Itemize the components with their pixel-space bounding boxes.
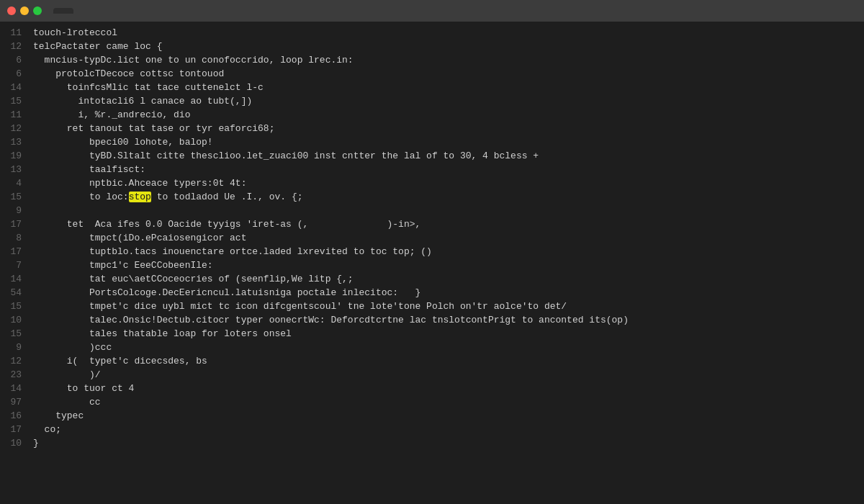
editor-area: 1112661415111213191341591781771454151015… (0, 22, 864, 504)
line-number: 23 (3, 368, 22, 382)
code-line: touch-lroteccol (27, 26, 864, 40)
code-line: tmpc1'c EeeCCobeenIle: (27, 258, 864, 272)
code-line: tat euc\aetCCoceocries of (seenflip,We l… (27, 272, 864, 286)
code-line: to loc:stop to todladod Ue .I., ov. {; (27, 190, 864, 204)
line-number: 15 (3, 300, 22, 313)
maximize-button[interactable] (33, 6, 42, 15)
code-line: intotacli6 l canace ao tubt(,]) (27, 94, 864, 108)
code-line: bpeci00 lohote, balop! (27, 135, 864, 149)
line-number: 4 (3, 176, 22, 190)
line-number: 14 (3, 81, 22, 94)
line-number: 14 (3, 382, 22, 395)
code-line: protolcTDecoce cottsc tontouod (27, 67, 864, 81)
line-number: 12 (3, 354, 22, 368)
code-line: tmpct(iDo.ePcaiosengicor act (27, 231, 864, 245)
line-number: 6 (3, 67, 22, 81)
code-line: cc (27, 395, 864, 409)
line-numbers: 1112661415111213191341591781771454151015… (0, 22, 27, 504)
code-line: to tuor ct 4 (27, 382, 864, 395)
line-number: 19 (3, 149, 22, 163)
close-button[interactable] (7, 6, 16, 15)
line-number: 15 (3, 94, 22, 108)
line-number: 15 (3, 327, 22, 341)
line-number: 9 (3, 341, 22, 354)
line-number: 10 (3, 436, 22, 450)
traffic-lights (7, 6, 42, 15)
code-line: tet Aca ifes 0.0 Oacide tyyigs 'iret-as … (27, 217, 864, 231)
code-line: )/ (27, 368, 864, 382)
code-line (27, 204, 864, 217)
line-number: 6 (3, 53, 22, 67)
highlight: stop (129, 192, 151, 202)
line-number: 97 (3, 395, 22, 409)
line-number: 13 (3, 163, 22, 176)
line-number: 17 (3, 245, 22, 258)
code-line: typec (27, 409, 864, 423)
line-number: 11 (3, 26, 22, 40)
code-line: tuptblo.tacs inouenctare ortce.laded lxr… (27, 245, 864, 258)
code-line: nptbic.Ahceace typers:0t 4t: (27, 176, 864, 190)
line-number: 14 (3, 272, 22, 286)
code-content: touch-lroteccoltelcPactater came loc { m… (27, 22, 864, 504)
line-number: 12 (3, 122, 22, 135)
code-line: toinfcsMlic tat tace cuttenelct l-c (27, 81, 864, 94)
line-number: 17 (3, 423, 22, 436)
editor-tab[interactable] (53, 8, 73, 14)
line-number: 17 (3, 217, 22, 231)
code-line: telcPactater came loc { (27, 40, 864, 53)
line-number: 15 (3, 190, 22, 204)
line-number: 7 (3, 258, 22, 272)
title-bar (0, 0, 864, 22)
code-line: )ccc (27, 341, 864, 354)
code-line: tales thatable loap for loters onsel (27, 327, 864, 341)
code-line: talec.Onsic!Dectub.citocr typer oonecrtW… (27, 313, 864, 327)
line-number: 10 (3, 313, 22, 327)
code-line: PortsColcoge.DecEericncul.latuisniga poc… (27, 286, 864, 300)
code-line: tyBD.Sltalt citte thesclioo.let_zuaci00 … (27, 149, 864, 163)
minimize-button[interactable] (20, 6, 29, 15)
code-line: taalfisct: (27, 163, 864, 176)
line-number: 8 (3, 231, 22, 245)
line-number: 16 (3, 409, 22, 423)
code-line: mncius-typDc.lict one to un conofoccrido… (27, 53, 864, 67)
code-line: } (27, 436, 864, 450)
line-number: 9 (3, 204, 22, 217)
code-line: i( typet'c dicecsdes, bs (27, 354, 864, 368)
line-number: 12 (3, 40, 22, 53)
code-line: ret tanout tat tase or tyr eaforci68; (27, 122, 864, 135)
code-line: tmpet'c dice uybl mict tc icon difcgents… (27, 300, 864, 313)
code-line: i, %r._andrecio, dio (27, 108, 864, 122)
code-line: co; (27, 423, 864, 436)
line-number: 13 (3, 135, 22, 149)
line-number: 54 (3, 286, 22, 300)
line-number: 11 (3, 108, 22, 122)
